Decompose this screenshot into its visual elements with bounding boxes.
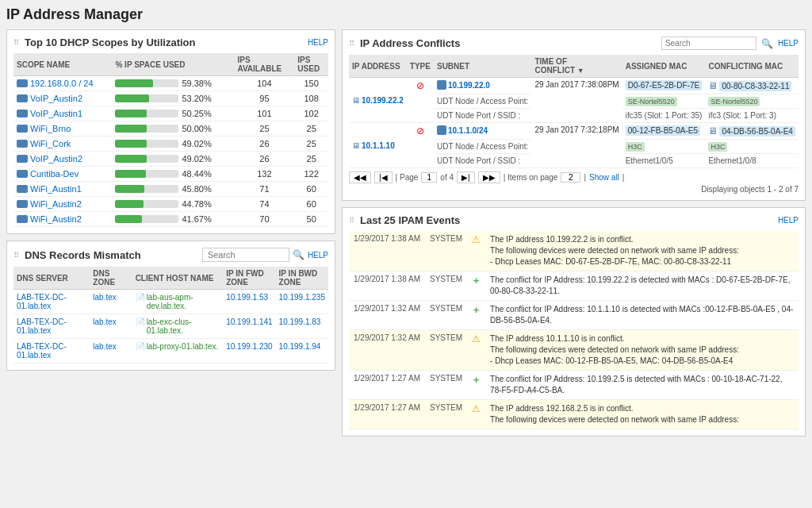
dns-fwd-link[interactable]: 10.199.1.230: [226, 342, 272, 351]
events-help-link[interactable]: HELP: [778, 216, 799, 225]
progress-bar-wrap: [115, 140, 178, 148]
dns-search-input[interactable]: [202, 248, 289, 262]
event-system: SYSTEM: [425, 271, 467, 301]
progress-bar-fill: [115, 110, 147, 117]
conflict-time-cell: 29 Jan 2017 7:38:08PM: [531, 78, 622, 123]
scope-name-link[interactable]: 192.168.0.0 / 24: [30, 79, 94, 88]
dns-host-link[interactable]: lab-proxy-01.lab.tex.: [147, 342, 219, 351]
dns-panel-title: DNS Records Mismatch: [25, 249, 141, 261]
conflict-assigned-mac-cell: D0-67-E5-2B-DF-7E: [622, 78, 706, 94]
dns-server-link[interactable]: LAB-TEX-DC-01.lab.tex: [17, 293, 67, 310]
dns-zone-link[interactable]: lab.tex: [93, 318, 116, 326]
dhcp-used-cell: 25: [294, 152, 328, 167]
conflicting-mac: 00-80-C8-33-22-11: [719, 81, 791, 91]
items-per-page-input[interactable]: [561, 172, 580, 183]
conflicts-search-input[interactable]: [661, 37, 756, 50]
dhcp-panel-title: Top 10 DHCP Scopes by Utilization: [25, 37, 196, 48]
event-text-cell: The conflict for IP Address: 10.199.2.5 …: [485, 371, 799, 400]
dns-bwd-link[interactable]: 10.199.1.94: [279, 342, 321, 351]
pct-value: 49.02%: [182, 154, 211, 164]
assigned-mac: D0-67-E5-2B-DF-7E: [626, 80, 703, 90]
progress-bar-wrap: [115, 125, 178, 133]
dns-search-area: 🔍 HELP: [202, 248, 328, 262]
dhcp-scope-name-cell: VoIP_Austin1: [13, 106, 112, 121]
conflict-col-type: TYPE: [407, 55, 434, 78]
conflicts-help-link[interactable]: HELP: [778, 39, 799, 48]
event-system: SYSTEM: [425, 400, 467, 429]
pct-value: 50.25%: [182, 109, 211, 118]
dns-panel-header: ⠿ DNS Records Mismatch 🔍 HELP: [13, 248, 328, 262]
dhcp-scope-name-cell: VoIP_Austin2: [13, 152, 112, 167]
scope-name-link[interactable]: VoIP_Austin1: [30, 109, 82, 118]
monitor-icon: 🖥: [352, 96, 360, 105]
event-text-line: The following devices were detected on n…: [490, 414, 794, 425]
dhcp-pct-cell: 50.25%: [112, 106, 234, 121]
page-number-input[interactable]: [421, 172, 437, 183]
dhcp-col-used: IPSUSED: [294, 53, 328, 76]
dhcp-table-row: WiFi_Austin2 41.67% 70 50: [13, 212, 328, 227]
conflicts-table-header-row: IP ADDRESS TYPE SUBNET TIME OFCONFLICT ▼…: [349, 55, 799, 78]
events-panel-header: ⠿ Last 25 IPAM Events HELP: [349, 214, 799, 226]
conflicts-table: IP ADDRESS TYPE SUBNET TIME OFCONFLICT ▼…: [349, 55, 799, 168]
main-layout: ⠿ Top 10 DHCP Scopes by Utilization HELP…: [6, 29, 806, 437]
progress-bar-fill: [115, 200, 144, 208]
next-page-btn[interactable]: ▶|: [457, 171, 475, 183]
progress-bar-wrap: [115, 155, 178, 163]
dns-host-cell: 📄 lab-aus-apm-dev.lab.tex.: [132, 290, 224, 314]
scope-name-link[interactable]: WiFi_Brno: [30, 124, 71, 133]
first-page-btn[interactable]: ◀◀: [349, 171, 371, 183]
dns-host-link[interactable]: lab-exc-clus-01.lab.tex.: [147, 318, 220, 335]
dns-fwd-link[interactable]: 10.199.1.53: [226, 293, 268, 302]
scope-icon: [17, 155, 28, 163]
dns-bwd-link[interactable]: 10.199.1.235: [279, 293, 325, 302]
dns-bwd-link[interactable]: 10.199.1.83: [279, 318, 321, 326]
dns-help-link[interactable]: HELP: [308, 251, 328, 260]
scope-name-link[interactable]: VoIP_Austin2: [30, 154, 82, 164]
dhcp-table-row: WiFi_Brno 50.00% 25 25: [13, 121, 328, 137]
conflict-ip-link[interactable]: 10.1.1.10: [362, 141, 395, 150]
conflict-sub2-label: UDT Node Port / SSID :: [434, 154, 531, 168]
conflicts-search-button[interactable]: 🔍: [761, 38, 773, 49]
dhcp-used-cell: 122: [294, 167, 328, 182]
conflict-type-badge: ⊘: [416, 80, 424, 91]
scope-icon: [17, 140, 28, 148]
dhcp-help-link[interactable]: HELP: [308, 38, 328, 47]
dns-drag-handle: ⠿: [13, 251, 20, 260]
dns-fwd-link[interactable]: 10.199.1.141: [226, 318, 272, 326]
dhcp-scope-name-cell: WiFi_Brno: [13, 121, 112, 137]
scope-icon: [17, 94, 28, 102]
dns-zone-link[interactable]: lab.tex: [93, 342, 116, 351]
scope-name-link[interactable]: Curitiba-Dev: [30, 169, 79, 179]
dhcp-scope-name-cell: Curitiba-Dev: [13, 167, 112, 182]
scope-icon: [17, 185, 28, 193]
dns-host-link[interactable]: lab-aus-apm-dev.lab.tex.: [147, 293, 220, 310]
prev-page-btn[interactable]: |◀: [374, 171, 393, 183]
dhcp-table-row: VoIP_Austin2 49.02% 26 25: [13, 152, 328, 167]
dns-search-button[interactable]: 🔍: [293, 249, 304, 260]
conflict-type-badge: ⊘: [416, 125, 424, 137]
file-icon: 📄: [136, 342, 145, 351]
page-title: IP Address Manager: [6, 6, 806, 23]
show-all-link[interactable]: Show all: [589, 173, 619, 182]
dns-server-link[interactable]: LAB-TEX-DC-01.lab.tex: [17, 318, 67, 335]
dns-panel: ⠿ DNS Records Mismatch 🔍 HELP DNS SERVER…: [6, 241, 335, 371]
conflict-ip-link[interactable]: 10.199.22.2: [362, 96, 404, 105]
conflict-col-assigned: ASSIGNED MAC: [622, 55, 706, 78]
scope-name-link[interactable]: WiFi_Austin1: [30, 184, 82, 194]
conflicts-panel-header: ⠿ IP Address Conflicts 🔍 HELP: [349, 37, 799, 50]
dhcp-scope-name-cell: WiFi_Austin1: [13, 182, 112, 197]
progress-bar-fill: [115, 140, 146, 148]
conflict-subnet-link[interactable]: 10.1.1.0/24: [448, 126, 488, 135]
assigned-node: SE-Nortel5520: [626, 97, 677, 106]
event-text-cell: The conflict for IP Address: 10.1.1.10 i…: [485, 301, 799, 330]
dns-server-link[interactable]: LAB-TEX-DC-01.lab.tex: [17, 342, 67, 360]
conflict-subnet-link[interactable]: 10.199.22.0: [448, 81, 490, 90]
scope-name-link[interactable]: WiFi_Austin2: [30, 214, 82, 224]
scope-name-link[interactable]: WiFi_Austin2: [30, 199, 82, 209]
scope-name-link[interactable]: VoIP_Austin2: [30, 94, 82, 103]
last-page-btn[interactable]: ▶▶: [478, 171, 500, 183]
event-text-line: The conflict for IP Address: 10.1.1.10 i…: [490, 304, 794, 326]
page-label: | Page: [396, 173, 419, 182]
dns-zone-link[interactable]: lab.tex: [93, 293, 116, 302]
scope-name-link[interactable]: WiFi_Cork: [30, 139, 71, 148]
